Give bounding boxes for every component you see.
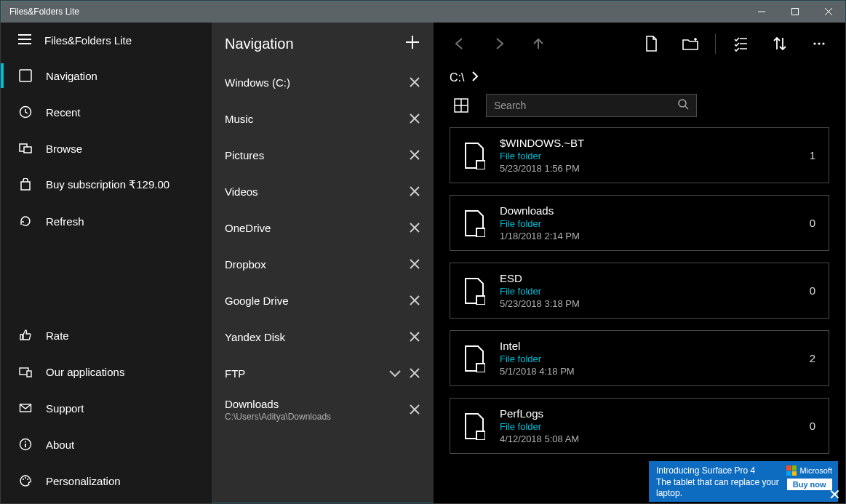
- file-kind: File folder: [500, 286, 795, 297]
- nav-item[interactable]: FTP: [212, 356, 434, 392]
- nav-item[interactable]: Yandex Disk: [212, 319, 434, 356]
- file-card[interactable]: ESD File folder 5/23/2018 3:18 PM 0: [450, 263, 829, 319]
- nav-item-text: Downloads C:\Users\Aditya\Downloads: [225, 398, 402, 423]
- nav-item[interactable]: Dropbox: [212, 247, 434, 283]
- nav-item[interactable]: Videos: [212, 174, 434, 210]
- file-meta: Downloads File folder 1/18/2018 2:14 PM: [500, 204, 795, 241]
- svg-rect-1: [20, 70, 31, 81]
- nav-item-label: Videos: [225, 185, 402, 199]
- remove-icon[interactable]: [409, 331, 420, 345]
- maximize-button[interactable]: [778, 1, 812, 23]
- mail-icon: [18, 401, 33, 415]
- file-name: Intel: [500, 340, 795, 352]
- svg-rect-4: [24, 147, 31, 153]
- nav-item[interactable]: OneDrive: [212, 210, 434, 247]
- search-input[interactable]: [494, 100, 671, 111]
- add-icon[interactable]: [404, 34, 420, 53]
- advert-banner[interactable]: Introducing Surface Pro 4 The tablet tha…: [649, 461, 838, 502]
- nav-item-text: Pictures: [225, 149, 402, 163]
- remove-icon[interactable]: [409, 222, 420, 236]
- file-kind: File folder: [500, 218, 795, 229]
- nav-item-label: Dropbox: [225, 258, 402, 272]
- view-grid-button[interactable]: [447, 91, 476, 120]
- nav-item[interactable]: Downloads C:\Users\Aditya\Downloads: [212, 392, 434, 428]
- breadcrumb[interactable]: C:\: [434, 65, 845, 91]
- sidebar-item-support[interactable]: Support: [1, 390, 212, 426]
- svg-point-18: [679, 100, 686, 107]
- nav-item[interactable]: Google Drive: [212, 283, 434, 319]
- chevron-down-icon[interactable]: [388, 368, 402, 380]
- svg-point-14: [813, 42, 815, 44]
- select-button[interactable]: [723, 26, 758, 61]
- sidebar-item-navigation[interactable]: Navigation: [1, 57, 212, 94]
- remove-icon[interactable]: [409, 404, 420, 417]
- folder-icon: [463, 412, 485, 440]
- sidebar-item-about[interactable]: About: [1, 426, 212, 463]
- sort-button[interactable]: [762, 26, 797, 61]
- sidebar-item-label: Personalization: [46, 475, 121, 487]
- folder-icon: [463, 345, 485, 372]
- file-count: 0: [810, 284, 815, 297]
- file-date: 5/1/2018 4:18 PM: [500, 366, 795, 377]
- sidebar-item-refresh[interactable]: Refresh: [1, 203, 212, 239]
- remove-icon[interactable]: [409, 295, 420, 308]
- info-icon: [18, 438, 33, 451]
- folder-icon: [463, 209, 485, 237]
- nav-item-text: Yandex Disk: [225, 331, 402, 345]
- nav-item-text: FTP: [225, 367, 381, 381]
- svg-rect-20: [476, 228, 485, 237]
- new-file-button[interactable]: [634, 26, 669, 61]
- file-card[interactable]: Downloads File folder 1/18/2018 2:14 PM …: [450, 195, 829, 251]
- nav-item-label: Downloads: [225, 398, 402, 412]
- forward-button[interactable]: [482, 26, 516, 61]
- sidebar-item-recent[interactable]: Recent: [1, 94, 212, 130]
- file-kind: File folder: [500, 421, 795, 432]
- svg-point-11: [23, 479, 24, 480]
- file-name: PerfLogs: [500, 407, 795, 420]
- minimize-button[interactable]: [745, 1, 778, 23]
- remove-icon[interactable]: [409, 185, 420, 199]
- sidebar-item-label: Refresh: [46, 215, 84, 228]
- remove-icon[interactable]: [409, 367, 420, 381]
- remove-icon[interactable]: [409, 76, 420, 90]
- file-card[interactable]: $WINDOWS.~BT File folder 5/23/2018 1:56 …: [450, 127, 829, 183]
- nav-item-label: Yandex Disk: [225, 331, 402, 345]
- file-card[interactable]: PerfLogs File folder 4/12/2018 5:08 AM 0: [450, 398, 829, 454]
- hamburger-icon[interactable]: [18, 34, 31, 47]
- up-button[interactable]: [521, 26, 556, 61]
- window-title: Files&Folders Lite: [9, 7, 745, 17]
- nav-item-text: Google Drive: [225, 295, 402, 308]
- svg-point-10: [25, 441, 26, 443]
- back-button[interactable]: [442, 26, 477, 61]
- nav-item[interactable]: Windows (C:): [212, 65, 434, 101]
- sidebar-item-label: Rate: [46, 329, 69, 342]
- new-folder-button[interactable]: [673, 26, 708, 61]
- sidebar-item-rate[interactable]: Rate: [1, 317, 212, 353]
- close-button[interactable]: [812, 1, 845, 23]
- remove-icon[interactable]: [409, 149, 420, 163]
- svg-rect-23: [476, 431, 485, 440]
- nav-item-text: Dropbox: [225, 258, 402, 272]
- sidebar-item-browse[interactable]: Browse: [1, 130, 212, 167]
- nav-title: Navigation: [225, 36, 404, 52]
- nav-item[interactable]: Pictures: [212, 137, 434, 174]
- refresh-icon: [18, 215, 33, 228]
- sidebar-item-buy[interactable]: Buy subscription ₹129.00: [1, 167, 212, 203]
- file-date: 4/12/2018 5:08 AM: [500, 433, 795, 444]
- more-button[interactable]: [802, 26, 837, 61]
- nav-item[interactable]: Music: [212, 101, 434, 137]
- sidebar-item-label: About: [46, 439, 74, 451]
- remove-icon[interactable]: [409, 113, 420, 127]
- svg-point-13: [27, 479, 28, 480]
- svg-rect-22: [476, 364, 485, 372]
- advert-cta-button[interactable]: Buy now: [787, 479, 832, 490]
- nav-item-text: Windows (C:): [225, 76, 402, 90]
- remove-icon[interactable]: [409, 258, 420, 272]
- advert-close-icon[interactable]: ✕: [829, 487, 841, 502]
- sidebar-item-personalization[interactable]: Personalization: [1, 463, 212, 499]
- file-card[interactable]: Intel File folder 5/1/2018 4:18 PM 2: [450, 330, 829, 386]
- search-input-container[interactable]: [486, 94, 697, 117]
- sidebar-item-label: Support: [46, 402, 84, 415]
- advert-body: The tablet that can replace your laptop.: [656, 477, 781, 500]
- sidebar-item-ourapps[interactable]: Our applications: [1, 353, 212, 390]
